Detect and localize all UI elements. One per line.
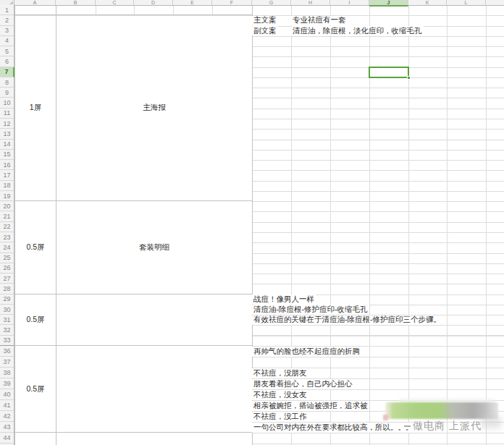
row-header-15[interactable]: 15 — [0, 150, 14, 160]
row-header-2[interactable]: 2 — [0, 15, 14, 25]
column-header-G[interactable]: G — [252, 0, 291, 5]
row-header-19[interactable]: 19 — [0, 191, 14, 201]
cell-H3[interactable]: 清痘油，除痘根，淡化痘印，收缩毛孔 — [291, 26, 424, 35]
merged-screen-cell-1[interactable]: 1屏 — [14, 14, 56, 201]
row-header-5[interactable]: 5 — [0, 46, 14, 56]
selection-box[interactable] — [369, 67, 409, 78]
column-header-I[interactable]: I — [330, 0, 369, 5]
fill-handle[interactable] — [407, 76, 411, 80]
row-header-17[interactable]: 17 — [0, 170, 14, 180]
cell-G2[interactable]: 主文案 — [252, 16, 278, 25]
column-header-F[interactable]: F — [212, 0, 252, 5]
gridline — [252, 150, 504, 151]
merged-content-cell-2[interactable]: 套装明细 — [56, 200, 253, 294]
row-header-20[interactable]: 20 — [0, 201, 14, 211]
gridline — [252, 191, 504, 192]
row-header-44[interactable]: 44 — [0, 433, 14, 444]
merged-content-cell-3[interactable] — [56, 294, 253, 346]
cell-G30[interactable]: 清痘油-除痘根-修护痘印-收缩毛孔 — [252, 305, 369, 314]
row-header-38[interactable]: 38 — [0, 368, 14, 378]
row-header-1[interactable]: 1 — [0, 5, 14, 15]
row-header-11[interactable]: 11 — [0, 109, 14, 119]
screen-label-2: 0.5屏 — [15, 201, 56, 293]
row-header-8[interactable]: 8 — [0, 77, 14, 88]
cell-G39[interactable]: 朋友看着担心，自己内心担心 — [252, 379, 354, 389]
row-header-22[interactable]: 22 — [0, 222, 14, 232]
cell-G38[interactable]: 不祛痘，没朋友 — [252, 368, 308, 378]
row-header-21[interactable]: 21 — [0, 211, 14, 221]
cell-G40[interactable]: 不祛痘，没女友 — [252, 390, 308, 400]
row-header-30[interactable]: 30 — [0, 305, 14, 315]
gridline — [252, 253, 504, 254]
row-header-9[interactable]: 9 — [0, 88, 14, 98]
cell-G41[interactable]: 相亲被婉拒，搭讪被强拒，追求被 — [252, 401, 369, 411]
row-header-43[interactable]: 43 — [0, 422, 14, 433]
row-header-27[interactable]: 27 — [0, 274, 14, 284]
cell-G42[interactable]: 不祛痘，没工作 — [252, 412, 308, 422]
gridline — [252, 181, 504, 182]
row-header-12[interactable]: 12 — [0, 119, 14, 129]
row-header-33[interactable]: 33 — [0, 336, 14, 346]
column-header-J[interactable]: J — [369, 0, 408, 7]
row-header-28[interactable]: 28 — [0, 284, 14, 294]
watermark-dash — [404, 425, 411, 427]
row-header-31[interactable]: 31 — [0, 315, 14, 325]
column-header-H[interactable]: H — [291, 0, 330, 5]
gridline — [252, 88, 504, 88]
row-header-36[interactable]: 36 — [0, 346, 14, 357]
gridline — [252, 433, 504, 433]
gridline — [252, 242, 504, 243]
row-header-37[interactable]: 37 — [0, 357, 14, 368]
row-header-42[interactable]: 42 — [0, 411, 14, 422]
row-header-10[interactable]: 10 — [0, 98, 14, 108]
cell-H2[interactable]: 专业祛痘有一套 — [291, 16, 348, 25]
watermark-pink-blob — [383, 415, 388, 420]
cell-G29[interactable]: 战痘！像男人一样 — [252, 294, 316, 304]
row-header-25[interactable]: 25 — [0, 253, 14, 263]
merged-screen-cell-3[interactable]: 0.5屏 — [14, 294, 56, 346]
column-header-partial[interactable] — [486, 0, 504, 5]
cell-G31[interactable]: 有效祛痘的关键在于清痘油-除痘根-修护痘印三个步骤。 — [252, 315, 442, 325]
row-header-26[interactable]: 26 — [0, 263, 14, 274]
column-header-E[interactable]: E — [173, 0, 212, 5]
row-header-29[interactable]: 29 — [0, 294, 14, 305]
gridline — [252, 325, 504, 326]
gridline — [252, 201, 504, 202]
gridline — [252, 222, 504, 223]
row-header-18[interactable]: 18 — [0, 181, 14, 191]
row-header-24[interactable]: 24 — [0, 242, 14, 253]
row-header-23[interactable]: 23 — [0, 232, 14, 242]
merged-content-cell-4[interactable] — [56, 345, 253, 433]
row-header-13[interactable]: 13 — [0, 129, 14, 139]
row-header-39[interactable]: 39 — [0, 378, 14, 389]
column-header-C[interactable]: C — [96, 0, 134, 5]
column-header-A[interactable]: A — [14, 0, 56, 5]
spreadsheet: 1屏主海报0.5屏套装明细0.5屏0.5屏 主文案专业祛痘有一套副文案清痘油，除… — [0, 0, 504, 445]
column-header-K[interactable]: K — [408, 0, 447, 5]
row-header-3[interactable]: 3 — [0, 26, 14, 36]
row-header-14[interactable]: 14 — [0, 140, 14, 150]
column-header-B[interactable]: B — [56, 0, 96, 5]
row-header-7[interactable]: 7 — [0, 67, 14, 77]
row-header-40[interactable]: 40 — [0, 389, 14, 400]
cell-G43[interactable]: 一句公司对内在外在要求都比较高，所以。。。 — [252, 423, 415, 433]
row-header-4[interactable]: 4 — [0, 36, 14, 46]
gridline — [252, 284, 504, 284]
row-header-32[interactable]: 32 — [0, 325, 14, 335]
merged-screen-cell-4[interactable]: 0.5屏 — [14, 345, 56, 433]
gridline — [252, 232, 504, 233]
merged-content-cell-1[interactable]: 主海报 — [56, 14, 253, 201]
content-label-1: 主海报 — [56, 15, 252, 200]
merged-screen-cell-2[interactable]: 0.5屏 — [14, 200, 56, 294]
gridline — [252, 263, 504, 264]
row-header-16[interactable]: 16 — [0, 160, 14, 170]
row-header-41[interactable]: 41 — [0, 400, 14, 411]
column-header-L[interactable]: L — [447, 0, 486, 5]
gridline — [252, 160, 504, 161]
row-header-6[interactable]: 6 — [0, 56, 14, 67]
cell-G36[interactable]: 再帅气的脸也经不起痘痘的折腾 — [252, 347, 361, 357]
gridline — [486, 5, 487, 445]
cell-G3[interactable]: 副文案 — [252, 26, 278, 35]
select-all-corner[interactable] — [0, 0, 14, 6]
column-header-D[interactable]: D — [134, 0, 173, 5]
